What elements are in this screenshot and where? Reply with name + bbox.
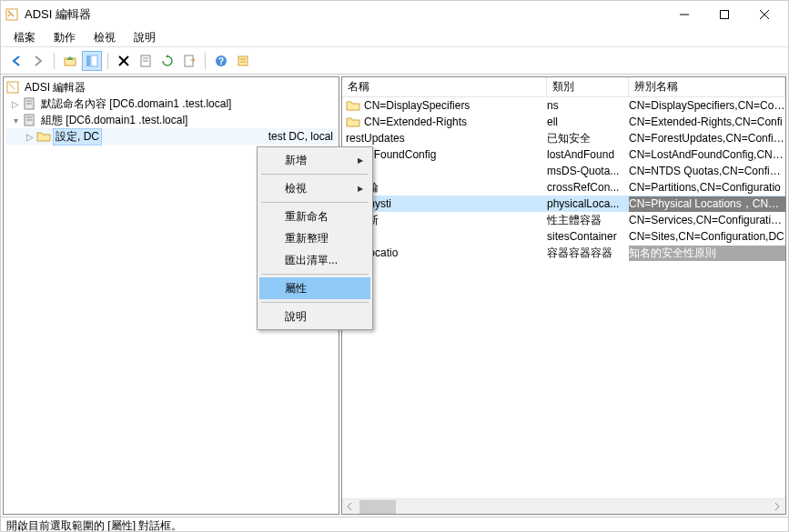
list-pane: 名稱 類別 辨別名稱 CN=DisplaySpecifiersnsCN=Disp… <box>341 76 786 515</box>
col-dn[interactable]: 辨別名稱 <box>629 77 785 96</box>
scroll-right-icon[interactable] <box>770 499 785 515</box>
minimize-button[interactable] <box>664 2 704 27</box>
back-button[interactable] <box>6 51 26 71</box>
svg-rect-7 <box>91 55 97 66</box>
svg-rect-6 <box>86 55 90 66</box>
cell-class: 容器容器容器 <box>547 246 629 261</box>
main-area: ADSI 編輯器 ▷ 默認命名內容 [DC6.domain1 .test.loc… <box>1 75 788 517</box>
cm-help[interactable]: 說明 <box>259 306 370 327</box>
toolbar: ? <box>1 47 788 75</box>
cell-dn: CN=ForestUpdates,CN=Configu <box>629 132 785 145</box>
tree-node-config[interactable]: ▾ 組態 [DC6.domain1 .test.local] <box>5 112 337 128</box>
container-icon <box>22 96 36 111</box>
list-row[interactable]: 配額輪crossRefCon...CN=Partitions,CN=Config… <box>342 179 785 196</box>
expand-icon[interactable]: ▷ <box>9 99 22 109</box>
menu-file[interactable]: 檔案 <box>6 29 43 46</box>
titlebar: ADSI 編輯器 <box>1 1 788 28</box>
cm-separator <box>261 174 369 175</box>
cell-dn: CN=Partitions,CN=Configuratio <box>629 181 785 194</box>
cell-dn: CN=Sites,CN=Configuration,DC <box>629 230 785 243</box>
close-button[interactable] <box>744 2 784 27</box>
menu-help[interactable]: 說明 <box>126 29 163 46</box>
cm-label: 說明 <box>285 309 307 325</box>
window-title: ADSI 編輯器 <box>25 6 664 23</box>
app-icon <box>5 7 19 22</box>
cm-view[interactable]: 檢視 <box>259 177 370 199</box>
list-row[interactable]: TDSmsDS-Quota...CN=NTDS Quotas,CN=Config… <box>342 163 785 179</box>
context-menu: 新增 檢視 重新命名 重新整理 匯出清單... 屬性 說明 <box>257 146 373 330</box>
cell-class: 性主體容器 <box>547 213 629 228</box>
toolbar-separator <box>205 53 206 69</box>
toolbar-separator <box>54 53 55 69</box>
cell-class: physicalLoca... <box>547 197 629 210</box>
menu-action[interactable]: 動作 <box>46 29 83 46</box>
properties-button[interactable] <box>136 51 156 71</box>
help-button[interactable]: ? <box>211 51 231 71</box>
horizontal-scrollbar[interactable] <box>342 498 785 514</box>
cm-new[interactable]: 新增 <box>259 149 370 171</box>
list-row[interactable]: stAndFoundConfiglostAndFoundCN=LostAndFo… <box>342 146 785 163</box>
cm-label: 匯出清單... <box>285 253 338 268</box>
tree-label: 默認命名內容 [DC6.domain1 .test.local] <box>38 95 234 113</box>
tree-label: 設定, DC <box>53 128 102 146</box>
folder-icon <box>36 129 51 144</box>
list-body[interactable]: CN=DisplaySpecifiersnsCN=DisplaySpecifie… <box>342 97 785 498</box>
scroll-thumb[interactable] <box>359 500 396 514</box>
cm-label: 檢視 <box>285 181 307 196</box>
list-row[interactable]: 卡達斯性主體容器CN=Services,CN=Configuration, <box>342 212 785 228</box>
cell-name: restUpdates <box>342 132 547 145</box>
cell-dn: CN=DisplaySpecifiers,CN=Confi <box>629 99 785 112</box>
list-row[interactable]: ù替 mystiphysicalLoca...CN=Physical Locat… <box>342 196 785 212</box>
cm-refresh[interactable]: 重新整理 <box>259 227 370 249</box>
cell-class: 已知安全 <box>547 131 629 146</box>
folder-icon <box>346 115 360 129</box>
cm-rename[interactable]: 重新命名 <box>259 206 370 227</box>
status-text: 開啟目前選取範圍的 [屬性] 對話框。 <box>6 518 182 532</box>
maximize-button[interactable] <box>704 2 744 27</box>
tree-suffix: test DC, local <box>268 130 337 143</box>
list-row[interactable]: restUpdates已知安全CN=ForestUpdates,CN=Confi… <box>342 130 785 146</box>
list-row[interactable]: cal Locatio容器容器容器知名的安全性原則 <box>342 245 785 261</box>
list-row[interactable]: essitesContainerCN=Sites,CN=Configuratio… <box>342 228 785 245</box>
cm-properties[interactable]: 屬性 <box>259 277 370 299</box>
expand-icon[interactable]: ▷ <box>24 132 36 142</box>
cell-dn: CN=Physical Locations，CN=Cor <box>629 196 785 212</box>
svg-rect-2 <box>721 11 729 19</box>
cm-label: 屬性 <box>285 281 307 296</box>
cell-class: msDS-Quota... <box>547 165 629 177</box>
menu-view[interactable]: 檢視 <box>86 29 123 46</box>
col-class[interactable]: 類別 <box>547 77 629 96</box>
refresh-button[interactable] <box>157 51 177 71</box>
show-tree-button[interactable] <box>82 51 102 71</box>
svg-text:?: ? <box>218 56 224 66</box>
cm-export[interactable]: 匯出清單... <box>259 249 370 271</box>
cell-dn: CN=NTDS Quotas,CN=Configur <box>629 165 785 177</box>
export-button[interactable] <box>179 51 199 71</box>
settings-button[interactable] <box>233 51 253 71</box>
tree-node-settings[interactable]: ▷ 設定, DC test DC, local <box>5 128 337 145</box>
cell-class: sitesContainer <box>547 230 629 243</box>
cm-label: 重新整理 <box>285 231 329 246</box>
scroll-left-icon[interactable] <box>342 499 358 515</box>
delete-button[interactable] <box>114 51 134 71</box>
forward-button[interactable] <box>28 51 48 71</box>
cell-class: ns <box>547 99 629 112</box>
list-row[interactable]: CN=Extended-RightsellCN=Extended-Rights,… <box>342 114 785 130</box>
container-icon <box>22 113 36 127</box>
tree-root[interactable]: ADSI 編輯器 <box>5 79 337 95</box>
list-row[interactable]: CN=DisplaySpecifiersnsCN=DisplaySpecifie… <box>342 97 785 114</box>
adsi-icon <box>5 80 20 95</box>
folder-icon <box>346 98 360 113</box>
cell-class: lostAndFound <box>547 148 629 161</box>
cell-dn: CN=Services,CN=Configuration, <box>629 214 785 226</box>
tree-node-naming[interactable]: ▷ 默認命名內容 [DC6.domain1 .test.local] <box>5 95 337 112</box>
svg-rect-16 <box>238 56 248 65</box>
cell-dn: CN=Extended-Rights,CN=Confi <box>629 115 785 128</box>
svg-rect-13 <box>185 55 193 66</box>
window-controls <box>664 2 784 27</box>
col-name[interactable]: 名稱 <box>342 77 547 96</box>
collapse-icon[interactable]: ▾ <box>9 115 22 125</box>
cell-name: CN=DisplaySpecifiers <box>342 98 547 113</box>
up-button[interactable] <box>60 51 80 71</box>
toolbar-separator <box>107 53 108 69</box>
